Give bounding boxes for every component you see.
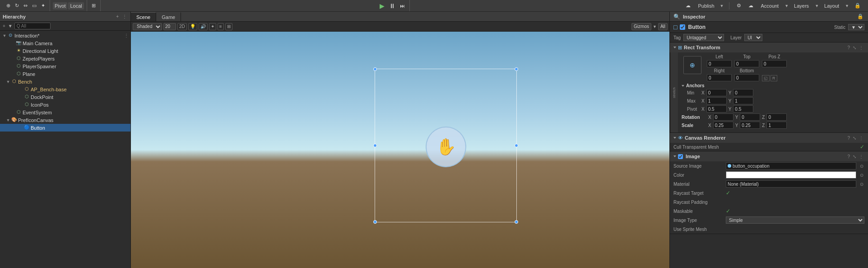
- move-tool-button[interactable]: ⊕: [5, 2, 12, 9]
- rot-y-input[interactable]: [740, 113, 760, 121]
- tree-item-icon-pos[interactable]: ⬡ IconPos: [0, 101, 130, 108]
- scale-y-input[interactable]: [740, 122, 760, 129]
- source-image-pick-button[interactable]: ⊙: [859, 164, 864, 169]
- max-x-input[interactable]: [706, 97, 727, 104]
- tree-item-interaction[interactable]: ▼ ⊙ Interaction* ⋮: [0, 32, 130, 39]
- color-pick-button[interactable]: ⊙: [859, 173, 864, 178]
- canvas-renderer-menu[interactable]: ⋮: [858, 136, 864, 141]
- image-header[interactable]: Image ? ⤡ ⋮: [670, 151, 868, 161]
- local-button[interactable]: Local: [68, 2, 84, 9]
- rect-tool-button[interactable]: ▭: [30, 2, 38, 9]
- canvas-renderer-question[interactable]: ?: [846, 136, 851, 141]
- tree-item-main-camera[interactable]: 📷 Main Camera: [0, 39, 130, 47]
- scale-z-input[interactable]: [766, 122, 787, 129]
- handle-bottom-left[interactable]: [373, 220, 377, 224]
- anchors-header[interactable]: Anchors: [682, 83, 864, 88]
- pivot-y-input[interactable]: [733, 105, 753, 113]
- source-image-field[interactable]: button_occupation: [726, 162, 856, 169]
- handle-middle-left[interactable]: [373, 144, 377, 147]
- layers-dropdown-icon[interactable]: ▼: [815, 4, 819, 8]
- rect-transform-question[interactable]: ?: [846, 45, 851, 50]
- game-tab[interactable]: Game: [156, 12, 181, 21]
- lighting-button[interactable]: 💡: [188, 23, 197, 30]
- tree-item-dock-point[interactable]: ⬡ DockPoint: [0, 93, 130, 101]
- image-checkbox[interactable]: [678, 154, 683, 159]
- tree-item-event-system[interactable]: ⬡ EventSystem: [0, 108, 130, 116]
- rect-transform-header[interactable]: ⊞ Rect Transform ? ⤡ ⋮: [670, 42, 868, 52]
- rot-x-input[interactable]: [713, 113, 733, 121]
- hierarchy-menu-button[interactable]: ⋮: [121, 14, 128, 19]
- scene-viewport[interactable]: [131, 32, 669, 268]
- tree-item-bench[interactable]: ▼ ⬡ Bench: [0, 78, 130, 85]
- sound-button[interactable]: 🔊: [199, 23, 208, 30]
- handle-top-left[interactable]: [373, 67, 377, 71]
- left-input[interactable]: [707, 60, 732, 67]
- settings-button[interactable]: ⚙: [735, 2, 743, 9]
- pivot-button[interactable]: Pivot: [53, 2, 67, 9]
- rect-transform-menu[interactable]: ⋮: [858, 45, 864, 50]
- image-question[interactable]: ?: [846, 154, 851, 159]
- cloud2-button[interactable]: ☁: [747, 2, 755, 9]
- static-dropdown[interactable]: ▼: [848, 24, 864, 30]
- tree-item-ap-bench[interactable]: ⬡ AP_Bench-base: [0, 85, 130, 93]
- tree-menu-interaction[interactable]: ⋮: [124, 33, 130, 38]
- right-input[interactable]: [707, 74, 732, 81]
- cloud-button[interactable]: ☁: [684, 2, 692, 9]
- step-button[interactable]: ⏭: [398, 2, 407, 9]
- lock-button[interactable]: 🔒: [853, 2, 863, 9]
- max-y-input[interactable]: [733, 97, 753, 104]
- tree-item-button[interactable]: 🔵 Button: [0, 124, 130, 132]
- handle-middle-right[interactable]: [515, 144, 518, 147]
- vfx-button[interactable]: ✦: [209, 23, 216, 30]
- rotate-tool-button[interactable]: ↻: [13, 2, 21, 9]
- image-type-select[interactable]: Simple: [726, 216, 864, 224]
- image-menu[interactable]: ⋮: [858, 154, 864, 159]
- scale-x-input[interactable]: [713, 122, 733, 129]
- tag-select[interactable]: Untagged: [683, 34, 724, 41]
- min-y-input[interactable]: [733, 89, 753, 96]
- handle-bottom-right[interactable]: [515, 220, 518, 224]
- rect-extra-btn1[interactable]: ◱: [762, 75, 770, 81]
- image-expand[interactable]: ⤡: [852, 154, 857, 159]
- publish-dropdown[interactable]: ▼: [720, 4, 724, 8]
- pivot-x-input[interactable]: [706, 105, 727, 113]
- hierarchy-search-input[interactable]: [14, 23, 51, 29]
- inspector-lock-button[interactable]: 🔒: [856, 13, 864, 20]
- material-pick-button[interactable]: ⊙: [859, 182, 864, 187]
- 2d-button[interactable]: 2D: [177, 23, 187, 30]
- top-input[interactable]: [734, 60, 759, 67]
- all-layers-button[interactable]: All: [658, 23, 668, 30]
- layer-select[interactable]: UI: [744, 34, 762, 41]
- button-component-checkbox[interactable]: [680, 24, 685, 30]
- canvas-renderer-expand[interactable]: ⤡: [852, 136, 857, 141]
- tree-item-plane[interactable]: ⬡ Plane: [0, 70, 130, 78]
- transform-tool-button[interactable]: ✦: [39, 2, 47, 9]
- account-dropdown-icon[interactable]: ▼: [784, 4, 789, 8]
- publish-button[interactable]: Publish: [696, 2, 716, 9]
- color-field[interactable]: [726, 171, 856, 179]
- play-button[interactable]: ▶: [378, 1, 386, 10]
- material-field[interactable]: None (Material): [726, 180, 856, 188]
- grid-button[interactable]: ⊞: [225, 23, 232, 30]
- min-x-input[interactable]: [706, 89, 727, 96]
- pause-button[interactable]: ⏸: [387, 1, 397, 10]
- layer-vis-button[interactable]: ≡: [218, 23, 224, 30]
- hierarchy-add-button[interactable]: +: [115, 14, 120, 19]
- anchor-visual[interactable]: ⊕: [683, 56, 701, 74]
- custom-tool-button[interactable]: ⊞: [90, 2, 97, 9]
- bottom-input[interactable]: [734, 74, 759, 81]
- tree-item-player-spawner[interactable]: ⬡ PlayerSpawner: [0, 62, 130, 70]
- shading-mode-select[interactable]: Shaded: [133, 23, 162, 30]
- view-scale-input[interactable]: [163, 23, 176, 30]
- rect-transform-expand[interactable]: ⤡: [852, 45, 857, 50]
- handle-top-right[interactable]: [515, 67, 518, 71]
- hierarchy-create-button[interactable]: +: [2, 23, 6, 29]
- posz-input[interactable]: [762, 60, 787, 67]
- gizmos-button[interactable]: Gizmos: [631, 23, 651, 30]
- canvas-renderer-header[interactable]: 👁 Canvas Renderer ? ⤡ ⋮: [670, 133, 868, 143]
- tree-item-pref-canvas[interactable]: ▼ 🎨 PrefIconCanvas: [0, 116, 130, 124]
- scale-tool-button[interactable]: ⇔: [22, 2, 29, 9]
- layout-dropdown-icon[interactable]: ▼: [845, 4, 849, 8]
- scene-tab[interactable]: Scene: [131, 12, 156, 21]
- rot-z-input[interactable]: [766, 113, 787, 121]
